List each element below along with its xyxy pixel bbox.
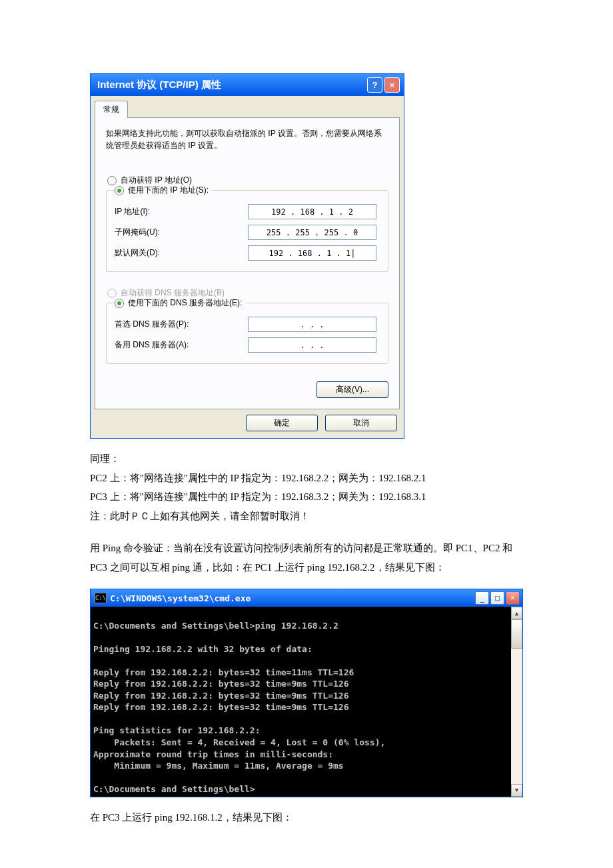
radio-manual-dns[interactable]: 使用下面的 DNS 服务器地址(E): (115, 297, 245, 309)
label-dns1: 首选 DNS 服务器(P): (115, 319, 248, 330)
dialog-title-text: Internet 协议 (TCP/IP) 属性 (97, 79, 365, 91)
label-dns2: 备用 DNS 服务器(A): (115, 339, 248, 351)
minimize-icon[interactable]: _ (475, 591, 489, 605)
label-ip: IP 地址(I): (115, 206, 248, 217)
cmd-icon: C:\ (95, 593, 107, 603)
label-gateway: 默认网关(D): (115, 247, 248, 259)
cmd-title-text: C:\WINDOWS\system32\cmd.exe (110, 593, 474, 603)
cmd-window: C:\ C:\WINDOWS\system32\cmd.exe _ □ × C:… (90, 589, 523, 797)
scrollbar[interactable]: ▲ ▼ (511, 607, 522, 797)
radio-manual-ip[interactable]: 使用下面的 IP 地址(S): (115, 185, 211, 196)
cancel-button[interactable]: 取消 (325, 415, 397, 431)
radio-icon (115, 186, 124, 195)
close-icon[interactable]: × (506, 591, 520, 605)
maximize-icon[interactable]: □ (490, 591, 504, 605)
dialog-titlebar[interactable]: Internet 协议 (TCP/IP) 属性 ? × (91, 74, 404, 96)
article-line: 同理： (90, 449, 523, 469)
radio-manual-dns-label: 使用下面的 DNS 服务器地址(E): (128, 297, 242, 309)
radio-manual-ip-label: 使用下面的 IP 地址(S): (128, 185, 209, 196)
advanced-button[interactable]: 高级(V)... (316, 381, 388, 398)
tcpip-properties-dialog: Internet 协议 (TCP/IP) 属性 ? × 常规 如果网络支持此功能… (90, 73, 404, 439)
dns1-input[interactable]: . . . (248, 317, 376, 332)
radio-icon (107, 289, 117, 298)
mask-input[interactable]: 255 . 255 . 255 . 0 (248, 225, 376, 240)
cmd-titlebar[interactable]: C:\ C:\WINDOWS\system32\cmd.exe _ □ × (91, 589, 522, 607)
dns2-input[interactable]: . . . (248, 337, 376, 353)
scroll-track[interactable] (511, 619, 522, 784)
article-line: 注：此时ＰＣ上如有其他网关，请全部暂时取消！ (90, 507, 523, 526)
scroll-thumb[interactable] (511, 619, 522, 649)
article-line: PC3 上：将"网络连接"属性中的 IP 指定为：192.168.3.2；网关为… (90, 487, 523, 507)
scroll-down-icon[interactable]: ▼ (511, 784, 522, 797)
ip-input[interactable]: 192 . 168 . 1 . 2 (248, 204, 376, 219)
article-line: 在 PC3 上运行 ping 192.168.1.2，结果见下图： (90, 808, 523, 827)
article-block-1: 同理： PC2 上：将"网络连接"属性中的 IP 指定为：192.168.2.2… (90, 449, 523, 577)
radio-icon (107, 176, 117, 185)
gateway-input[interactable]: 192 . 168 . 1 . 1| (248, 245, 376, 261)
tab-general[interactable]: 常规 (95, 101, 128, 118)
ok-button[interactable]: 确定 (246, 415, 318, 431)
help-icon[interactable]: ? (367, 77, 382, 93)
article-block-2: 在 PC3 上运行 ping 192.168.1.2，结果见下图： (90, 808, 523, 827)
article-line: PC2 上：将"网络连接"属性中的 IP 指定为：192.168.2.2；网关为… (90, 469, 523, 488)
article-line: 用 Ping 命令验证：当前在没有设置访问控制列表前所有的访问都是正常联通的。即… (90, 539, 523, 577)
label-mask: 子网掩码(U): (115, 227, 248, 238)
close-icon[interactable]: × (384, 77, 400, 93)
dialog-tip-text: 如果网络支持此功能，则可以获取自动指派的 IP 设置。否则，您需要从网络系统管理… (106, 127, 388, 151)
radio-icon (115, 299, 124, 308)
scroll-up-icon[interactable]: ▲ (511, 607, 522, 619)
cmd-output[interactable]: C:\Documents and Settings\bell>ping 192.… (91, 607, 511, 797)
